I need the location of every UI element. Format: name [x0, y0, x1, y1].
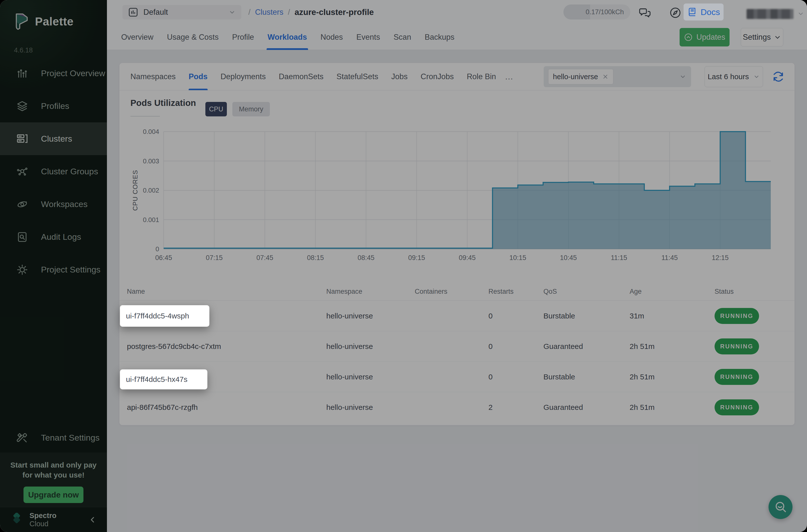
tour-dim-overlay	[0, 0, 807, 532]
book-icon	[687, 7, 697, 17]
spotlight-pod-name-1[interactable]: ui-f7ff4ddc5-4wsph	[120, 305, 209, 327]
docs-label: Docs	[700, 7, 720, 17]
spotlight-pod-name-2[interactable]: ui-f7ff4ddc5-hx47s	[120, 369, 207, 390]
palette-app: Palette 4.6.18 Project Overview	[0, 0, 807, 532]
docs-button[interactable]: Docs	[683, 3, 724, 20]
